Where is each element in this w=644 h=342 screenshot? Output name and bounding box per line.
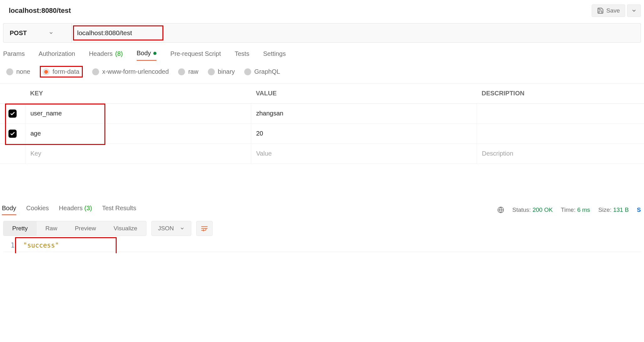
view-raw[interactable]: Raw xyxy=(37,221,66,236)
tab-params[interactable]: Params xyxy=(3,50,25,61)
resp-tab-body[interactable]: Body xyxy=(2,205,16,215)
body-type-binary[interactable]: binary xyxy=(208,68,235,75)
kv-description-placeholder[interactable]: Description xyxy=(482,150,513,157)
formdata-highlight-annotation: form-data xyxy=(40,66,83,77)
radio-icon xyxy=(244,68,251,75)
url-input[interactable] xyxy=(74,27,162,39)
view-preview[interactable]: Preview xyxy=(66,221,105,236)
kv-key[interactable]: age xyxy=(30,130,41,137)
tab-body[interactable]: Body xyxy=(137,50,157,61)
radio-icon xyxy=(6,68,13,75)
wrap-icon xyxy=(201,225,208,232)
tab-authorization[interactable]: Authorization xyxy=(39,50,75,61)
method-label: POST xyxy=(10,29,27,37)
resp-tab-cookies[interactable]: Cookies xyxy=(26,205,49,215)
body-type-urlencoded[interactable]: x-www-form-urlencoded xyxy=(92,68,169,75)
view-visualize[interactable]: Visualize xyxy=(105,221,146,236)
kv-header-key: KEY xyxy=(25,90,251,97)
time-block: Time: 6 ms xyxy=(561,206,590,213)
checkbox-on-icon[interactable] xyxy=(8,130,17,138)
radio-icon xyxy=(92,68,99,75)
view-pretty[interactable]: Pretty xyxy=(3,221,37,236)
kv-row[interactable]: age 20 xyxy=(0,124,644,144)
save-label: Save xyxy=(606,7,620,14)
headers-count: (8) xyxy=(115,50,123,57)
kv-header-row: KEY VALUE DESCRIPTION xyxy=(0,83,644,104)
resp-tab-headers[interactable]: Headers (3) xyxy=(59,205,92,215)
view-mode-segment: Pretty Raw Preview Visualize xyxy=(3,221,146,236)
tab-settings[interactable]: Settings xyxy=(263,50,286,61)
globe-icon[interactable] xyxy=(497,206,504,213)
response-text: "success" xyxy=(23,242,59,249)
chevron-down-icon xyxy=(180,226,185,231)
kv-value-placeholder[interactable]: Value xyxy=(256,150,272,157)
url-highlight-annotation xyxy=(73,25,163,40)
body-type-formdata[interactable]: form-data xyxy=(43,68,80,75)
response-body[interactable]: 1 "success" xyxy=(3,239,641,252)
tab-tests[interactable]: Tests xyxy=(235,50,249,61)
checkbox-on-icon[interactable] xyxy=(8,110,17,118)
kv-key-placeholder[interactable]: Key xyxy=(30,150,41,157)
save-button[interactable]: Save xyxy=(592,4,625,17)
kv-row[interactable]: user_name zhangsan xyxy=(0,104,644,124)
kv-row-placeholder[interactable]: Key Value Description xyxy=(0,144,644,164)
line-number: 1 xyxy=(3,242,14,249)
resp-tab-testresults[interactable]: Test Results xyxy=(102,205,136,215)
tab-headers[interactable]: Headers (8) xyxy=(89,50,123,61)
kv-header-description: DESCRIPTION xyxy=(477,90,644,97)
kv-header-value: VALUE xyxy=(251,90,477,97)
tab-prerequest[interactable]: Pre-request Script xyxy=(170,50,221,61)
body-type-none[interactable]: none xyxy=(6,68,30,75)
format-dropdown[interactable]: JSON xyxy=(151,221,191,236)
radio-icon xyxy=(208,68,215,75)
request-title: localhost:8080/test xyxy=(9,7,71,15)
status-block: Status: 200 OK xyxy=(512,206,553,213)
save-icon xyxy=(597,7,604,14)
size-block: Size: 131 B xyxy=(598,206,629,213)
chevron-down-icon xyxy=(49,30,54,35)
kv-value[interactable]: 20 xyxy=(256,130,263,137)
radio-icon xyxy=(178,68,185,75)
kv-key[interactable]: user_name xyxy=(30,110,62,117)
http-method-select[interactable]: POST xyxy=(3,24,72,42)
radio-icon xyxy=(43,68,50,75)
body-type-raw[interactable]: raw xyxy=(178,68,198,75)
save-response-link[interactable]: S xyxy=(637,206,641,213)
wrap-lines-button[interactable] xyxy=(196,221,213,236)
kv-value[interactable]: zhangsan xyxy=(256,110,283,117)
resp-headers-count: (3) xyxy=(84,205,92,211)
body-type-graphql[interactable]: GraphQL xyxy=(244,68,280,75)
chevron-down-icon xyxy=(631,8,637,13)
save-more-button[interactable] xyxy=(627,4,641,17)
body-active-dot-icon xyxy=(153,52,156,55)
